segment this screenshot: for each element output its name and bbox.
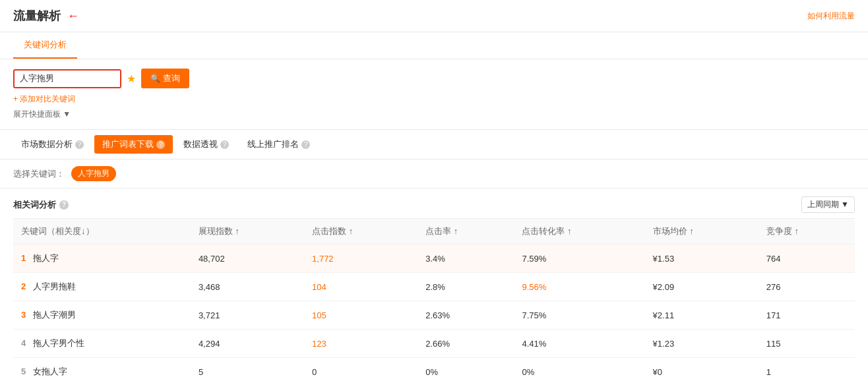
cell-price: ¥0 xyxy=(645,358,759,378)
keyword-text[interactable]: 拖人字潮男 xyxy=(33,310,76,320)
sub-tab-pivot[interactable]: 数据透视 ? xyxy=(175,135,237,154)
period-select[interactable]: 上周同期 ▼ xyxy=(801,196,855,213)
tab-bar: 关键词分析 xyxy=(0,32,868,59)
table-row: 5 女拖人字 5 0 0% 0% ¥0 1 xyxy=(13,358,855,378)
add-compare-link[interactable]: + 添加对比关键词 xyxy=(13,94,855,105)
pivot-help-icon: ? xyxy=(220,140,229,149)
table-row: 4 拖人字男个性 4,294 123 2.66% 4.41% ¥1.23 115 xyxy=(13,330,855,358)
sub-tab-market[interactable]: 市场数据分析 ? xyxy=(13,135,92,154)
search-input-wrap xyxy=(13,69,121,88)
keyword-tag[interactable]: 人字拖男 xyxy=(71,166,116,181)
cell-impressions: 48,702 xyxy=(191,245,304,273)
sub-tab-market-label: 市场数据分析 xyxy=(21,138,73,150)
table-row: 1 拖人字 48,702 1,772 3.4% 7.59% ¥1.53 764 xyxy=(13,245,855,273)
keyword-select-label: 选择关键词： xyxy=(13,168,65,180)
cell-competition: 115 xyxy=(759,330,855,358)
cell-cvr: 0% xyxy=(514,358,644,378)
arrow-icon: ← xyxy=(67,9,79,23)
section-title-text: 相关词分析 xyxy=(13,199,56,211)
sub-tab-pivot-label: 数据透视 xyxy=(183,138,218,150)
col-clicks: 点击指数 ↑ xyxy=(304,219,418,245)
tab-keyword-analysis[interactable]: 关键词分析 xyxy=(13,32,77,59)
cell-keyword: 1 拖人字 xyxy=(13,245,191,273)
cell-keyword: 5 女拖人字 xyxy=(13,358,191,378)
cell-cvr: 9.56% xyxy=(514,273,644,301)
cell-clicks: 0 xyxy=(304,358,418,378)
rank-number: 2 xyxy=(21,281,26,291)
keyword-text[interactable]: 拖人字 xyxy=(33,253,59,263)
col-impressions: 展现指数 ↑ xyxy=(191,219,304,245)
cell-competition: 276 xyxy=(759,273,855,301)
download-help-icon: ? xyxy=(156,140,165,149)
cell-cvr: 7.59% xyxy=(514,245,644,273)
cell-keyword: 4 拖人字男个性 xyxy=(13,330,191,358)
keyword-table: 关键词（相关度↓） 展现指数 ↑ 点击指数 ↑ 点击率 ↑ 点击转化率 ↑ 市场… xyxy=(13,218,855,377)
ranking-help-icon: ? xyxy=(301,140,310,149)
expand-panel-link[interactable]: 展开快捷面板 ▼ xyxy=(13,109,855,120)
title-area: 流量解析 ← xyxy=(13,8,79,24)
cell-price: ¥2.11 xyxy=(645,301,759,330)
sub-tab-ranking[interactable]: 线上推广排名 ? xyxy=(239,135,318,154)
cell-cvr: 4.41% xyxy=(514,330,644,358)
cell-keyword: 2 人字男拖鞋 xyxy=(13,273,191,301)
search-section: ★ 🔍 查询 + 添加对比关键词 展开快捷面板 ▼ xyxy=(0,59,868,130)
keyword-select-row: 选择关键词： 人字拖男 xyxy=(0,160,868,188)
cell-impressions: 3,468 xyxy=(191,273,304,301)
page-title: 流量解析 xyxy=(13,8,61,24)
cell-price: ¥1.23 xyxy=(645,330,759,358)
keyword-text[interactable]: 拖人字男个性 xyxy=(33,338,84,348)
rank-number: 5 xyxy=(21,366,26,376)
market-help-icon: ? xyxy=(75,140,84,149)
col-competition: 竞争度 ↑ xyxy=(759,219,855,245)
cell-ctr: 2.8% xyxy=(418,273,514,301)
keyword-text[interactable]: 人字男拖鞋 xyxy=(33,281,76,291)
cell-impressions: 4,294 xyxy=(191,330,304,358)
content-section: 相关词分析 ? 上周同期 ▼ 关键词（相关度↓） 展现指数 ↑ 点击指数 ↑ 点… xyxy=(0,188,868,377)
table-header-row: 关键词（相关度↓） 展现指数 ↑ 点击指数 ↑ 点击率 ↑ 点击转化率 ↑ 市场… xyxy=(13,219,855,245)
cell-clicks: 1,772 xyxy=(304,245,418,273)
cell-ctr: 3.4% xyxy=(418,245,514,273)
rank-number: 4 xyxy=(21,338,26,348)
cell-impressions: 5 xyxy=(191,358,304,378)
cell-clicks: 105 xyxy=(304,301,418,330)
col-ctr: 点击率 ↑ xyxy=(418,219,514,245)
search-button[interactable]: 🔍 查询 xyxy=(141,69,189,88)
section-help-icon: ? xyxy=(59,200,69,210)
cell-competition: 1 xyxy=(759,358,855,378)
sub-tab-download[interactable]: 推广词表下载 ? xyxy=(94,135,173,154)
cell-impressions: 3,721 xyxy=(191,301,304,330)
help-link[interactable]: 如何利用流量 xyxy=(807,11,855,22)
sub-tabs: 市场数据分析 ? 推广词表下载 ? 数据透视 ? 线上推广排名 ? xyxy=(0,130,868,160)
star-icon[interactable]: ★ xyxy=(127,72,136,85)
rank-number: 1 xyxy=(21,253,26,263)
col-keyword: 关键词（相关度↓） xyxy=(13,219,191,245)
col-price: 市场均价 ↑ xyxy=(645,219,759,245)
search-input[interactable] xyxy=(15,71,120,87)
section-title: 相关词分析 ? xyxy=(13,199,69,211)
cell-ctr: 2.63% xyxy=(418,301,514,330)
section-header: 相关词分析 ? 上周同期 ▼ xyxy=(13,188,855,218)
cell-keyword: 3 拖人字潮男 xyxy=(13,301,191,330)
search-icon: 🔍 xyxy=(150,74,160,83)
table-row: 2 人字男拖鞋 3,468 104 2.8% 9.56% ¥2.09 276 xyxy=(13,273,855,301)
sub-tab-download-label: 推广词表下载 xyxy=(102,138,154,150)
cell-clicks: 123 xyxy=(304,330,418,358)
cell-cvr: 7.75% xyxy=(514,301,644,330)
page-header: 流量解析 ← 如何利用流量 xyxy=(0,0,868,32)
rank-number: 3 xyxy=(21,310,26,320)
cell-clicks: 104 xyxy=(304,273,418,301)
table-row: 3 拖人字潮男 3,721 105 2.63% 7.75% ¥2.11 171 xyxy=(13,301,855,330)
cell-competition: 764 xyxy=(759,245,855,273)
search-btn-label: 查询 xyxy=(163,72,180,84)
cell-ctr: 2.66% xyxy=(418,330,514,358)
col-cvr: 点击转化率 ↑ xyxy=(514,219,644,245)
cell-price: ¥1.53 xyxy=(645,245,759,273)
keyword-text[interactable]: 女拖人字 xyxy=(33,366,67,376)
sub-tab-ranking-label: 线上推广排名 xyxy=(247,138,299,150)
cell-ctr: 0% xyxy=(418,358,514,378)
cell-price: ¥2.09 xyxy=(645,273,759,301)
cell-competition: 171 xyxy=(759,301,855,330)
search-row: ★ 🔍 查询 xyxy=(13,69,855,88)
